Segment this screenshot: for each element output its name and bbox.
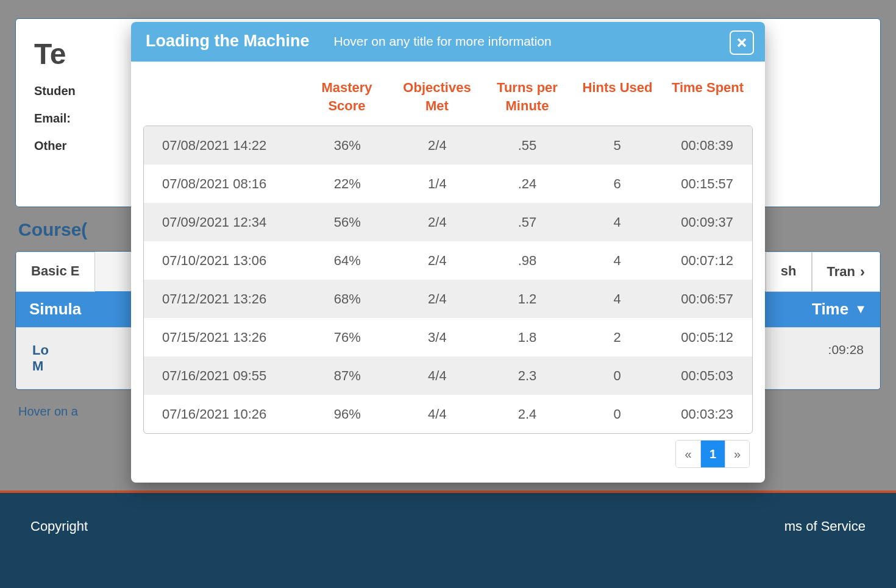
cell-mastery: 22% bbox=[302, 176, 393, 192]
cell-tpm: 1.8 bbox=[482, 330, 572, 345]
cell-time: 00:09:37 bbox=[662, 214, 752, 230]
cell-timestamp: 07/09/2021 12:34 bbox=[144, 214, 302, 230]
modal-header: Loading the Machine Hover on any title f… bbox=[131, 22, 765, 62]
cell-objectives: 4/4 bbox=[393, 368, 483, 384]
cell-time: 00:07:12 bbox=[662, 253, 752, 269]
cell-mastery: 87% bbox=[302, 368, 393, 384]
cell-mastery: 68% bbox=[302, 291, 393, 307]
table-row: 07/16/2021 10:2696%4/42.4000:03:23 bbox=[144, 395, 752, 433]
cell-hints: 0 bbox=[572, 368, 663, 384]
cell-hints: 2 bbox=[572, 330, 663, 345]
cell-time: 00:08:39 bbox=[662, 138, 752, 154]
cell-timestamp: 07/16/2021 10:26 bbox=[144, 406, 302, 422]
cell-hints: 6 bbox=[572, 176, 663, 192]
cell-timestamp: 07/12/2021 13:26 bbox=[144, 291, 302, 307]
column-headers: Mastery Score Objectives Met Turns per M… bbox=[143, 62, 753, 126]
close-icon bbox=[736, 37, 748, 49]
cell-time: 00:05:03 bbox=[662, 368, 752, 384]
table-row: 07/10/2021 13:0664%2/4.98400:07:12 bbox=[144, 241, 752, 280]
cell-timestamp: 07/16/2021 09:55 bbox=[144, 368, 302, 384]
cell-mastery: 76% bbox=[302, 330, 393, 345]
close-button[interactable] bbox=[730, 30, 754, 55]
table-row: 07/16/2021 09:5587%4/42.3000:05:03 bbox=[144, 356, 752, 395]
cell-mastery: 36% bbox=[302, 138, 393, 154]
cell-hints: 4 bbox=[572, 291, 663, 307]
pager-page-1[interactable]: 1 bbox=[700, 441, 725, 467]
attempts-table: 07/08/2021 14:2236%2/4.55500:08:3907/08/… bbox=[143, 126, 753, 434]
pagination: « 1 » bbox=[143, 440, 753, 468]
header-hints[interactable]: Hints Used bbox=[572, 79, 663, 115]
table-row: 07/08/2021 14:2236%2/4.55500:08:39 bbox=[144, 126, 752, 165]
cell-objectives: 3/4 bbox=[393, 330, 483, 345]
cell-hints: 4 bbox=[572, 253, 663, 269]
table-row: 07/08/2021 08:1622%1/4.24600:15:57 bbox=[144, 165, 752, 203]
cell-mastery: 64% bbox=[302, 253, 393, 269]
pager-next[interactable]: » bbox=[725, 441, 749, 467]
cell-timestamp: 07/08/2021 08:16 bbox=[144, 176, 302, 192]
cell-mastery: 96% bbox=[302, 406, 393, 422]
cell-timestamp: 07/10/2021 13:06 bbox=[144, 253, 302, 269]
cell-objectives: 4/4 bbox=[393, 406, 483, 422]
attempts-modal: Loading the Machine Hover on any title f… bbox=[131, 22, 765, 483]
modal-title: Loading the Machine bbox=[146, 32, 310, 51]
header-time[interactable]: Time Spent bbox=[663, 79, 753, 115]
cell-objectives: 1/4 bbox=[393, 176, 483, 192]
cell-tpm: .55 bbox=[482, 138, 572, 154]
header-mastery[interactable]: Mastery Score bbox=[302, 79, 392, 115]
cell-tpm: 2.3 bbox=[482, 368, 572, 384]
table-row: 07/09/2021 12:3456%2/4.57400:09:37 bbox=[144, 203, 752, 241]
cell-timestamp: 07/15/2021 13:26 bbox=[144, 330, 302, 345]
modal-overlay: Loading the Machine Hover on any title f… bbox=[0, 0, 896, 588]
cell-time: 00:03:23 bbox=[662, 406, 752, 422]
table-row: 07/12/2021 13:2668%2/41.2400:06:57 bbox=[144, 280, 752, 318]
modal-subtitle: Hover on any title for more information bbox=[334, 34, 552, 49]
header-tpm[interactable]: Turns per Minute bbox=[482, 79, 572, 115]
cell-time: 00:05:12 bbox=[662, 330, 752, 345]
cell-time: 00:15:57 bbox=[662, 176, 752, 192]
cell-objectives: 2/4 bbox=[393, 291, 483, 307]
pager-prev[interactable]: « bbox=[676, 441, 700, 467]
cell-hints: 5 bbox=[572, 138, 663, 154]
cell-mastery: 56% bbox=[302, 214, 393, 230]
cell-hints: 0 bbox=[572, 406, 663, 422]
cell-objectives: 2/4 bbox=[393, 138, 483, 154]
cell-hints: 4 bbox=[572, 214, 663, 230]
cell-timestamp: 07/08/2021 14:22 bbox=[144, 138, 302, 154]
cell-tpm: .24 bbox=[482, 176, 572, 192]
cell-tpm: .98 bbox=[482, 253, 572, 269]
cell-time: 00:06:57 bbox=[662, 291, 752, 307]
header-objectives[interactable]: Objectives Met bbox=[392, 79, 482, 115]
cell-tpm: 2.4 bbox=[482, 406, 572, 422]
cell-objectives: 2/4 bbox=[393, 253, 483, 269]
table-row: 07/15/2021 13:2676%3/41.8200:05:12 bbox=[144, 318, 752, 356]
cell-objectives: 2/4 bbox=[393, 214, 483, 230]
cell-tpm: .57 bbox=[482, 214, 572, 230]
cell-tpm: 1.2 bbox=[482, 291, 572, 307]
